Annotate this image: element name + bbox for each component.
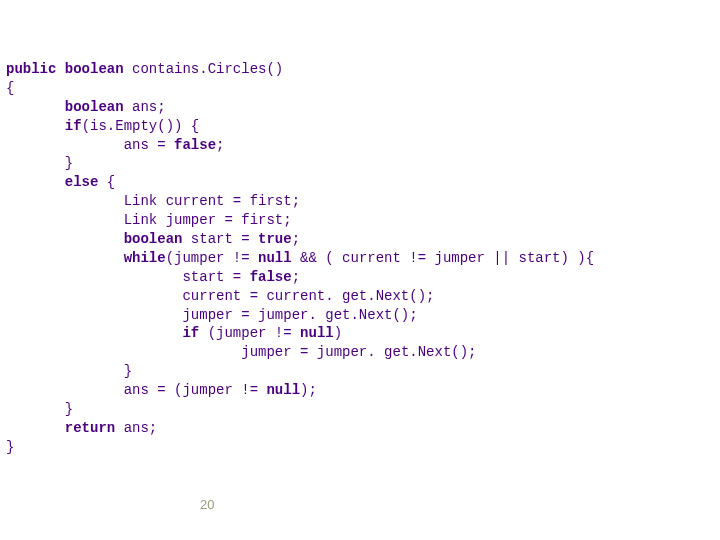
- semi: ;: [292, 269, 300, 285]
- kw-false: false: [250, 269, 292, 285]
- jmp-next2: jumper = jumper. get.Next();: [241, 344, 476, 360]
- ans-pre: ans = (jumper !=: [124, 382, 267, 398]
- kw-false: false: [174, 137, 216, 153]
- while-pre: (jumper !=: [166, 250, 258, 266]
- brace: }: [65, 155, 73, 171]
- start-false-pre: start =: [182, 269, 249, 285]
- decl-ans: ans;: [124, 99, 166, 115]
- kw-null: null: [300, 325, 334, 341]
- brace: }: [65, 401, 73, 417]
- start-true-pre: start =: [182, 231, 258, 247]
- kw-null: null: [266, 382, 300, 398]
- if2-pre: (jumper !=: [199, 325, 300, 341]
- kw-public-boolean: public boolean: [6, 61, 124, 77]
- brace: }: [124, 363, 132, 379]
- link-current: Link current = first;: [124, 193, 300, 209]
- ans-false-pre: ans =: [124, 137, 174, 153]
- cur-next: current = current. get.Next();: [182, 288, 434, 304]
- kw-boolean: boolean: [65, 99, 124, 115]
- ans-post: );: [300, 382, 317, 398]
- brace: }: [6, 439, 14, 455]
- if2-post: ): [334, 325, 342, 341]
- jmp-next: jumper = jumper. get.Next();: [182, 307, 417, 323]
- semi: ;: [216, 137, 224, 153]
- while-mid: && ( current != jumper || start) ){: [292, 250, 594, 266]
- page-number: 20: [0, 497, 720, 512]
- semi: ;: [292, 231, 300, 247]
- brace: {: [6, 80, 14, 96]
- link-jumper: Link jumper = first;: [124, 212, 292, 228]
- else-open: {: [98, 174, 115, 190]
- kw-if: if: [182, 325, 199, 341]
- kw-null: null: [258, 250, 292, 266]
- kw-while: while: [124, 250, 166, 266]
- kw-if: if: [65, 118, 82, 134]
- kw-boolean: boolean: [124, 231, 183, 247]
- kw-return: return: [65, 420, 115, 436]
- kw-true: true: [258, 231, 292, 247]
- method-name: contains.Circles(): [124, 61, 284, 77]
- kw-else: else: [65, 174, 99, 190]
- return-rest: ans;: [115, 420, 157, 436]
- if-cond: (is.Empty()) {: [82, 118, 200, 134]
- code-block: public boolean contains.Circles() { bool…: [0, 0, 720, 457]
